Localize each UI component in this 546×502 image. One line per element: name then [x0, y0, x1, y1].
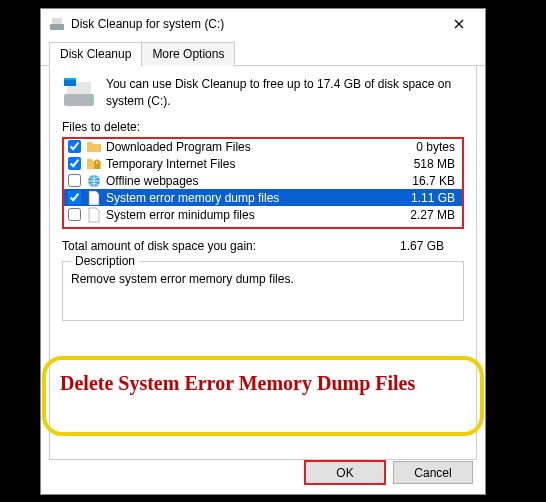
cancel-button[interactable]: Cancel	[393, 461, 473, 484]
file-checkbox[interactable]	[68, 191, 81, 204]
disk-cleanup-icon	[49, 16, 65, 32]
info-row: You can use Disk Cleanup to free up to 1…	[62, 76, 464, 110]
files-to-delete-label: Files to delete:	[62, 120, 464, 134]
file-size: 0 bytes	[416, 140, 459, 154]
file-checkbox[interactable]	[68, 174, 81, 187]
drive-icon	[62, 76, 96, 110]
tab-strip: Disk Cleanup More Options	[41, 41, 485, 66]
file-checkbox[interactable]	[68, 208, 81, 221]
svg-point-2	[61, 26, 63, 28]
file-row[interactable]: Temporary Internet Files 518 MB	[63, 155, 463, 172]
close-button[interactable]	[437, 10, 481, 38]
file-list[interactable]: Downloaded Program Files 0 bytes Tempora…	[62, 137, 464, 229]
file-size: 16.7 KB	[412, 174, 459, 188]
file-size: 518 MB	[414, 157, 459, 171]
file-name: System error minidump files	[106, 208, 410, 222]
tab-more-options[interactable]: More Options	[141, 42, 235, 66]
file-checkbox[interactable]	[68, 157, 81, 170]
file-row[interactable]: Offline webpages 16.7 KB	[63, 172, 463, 189]
tab-disk-cleanup[interactable]: Disk Cleanup	[49, 42, 142, 66]
file-size: 2.27 MB	[410, 208, 459, 222]
file-name: System error memory dump files	[106, 191, 411, 205]
description-text: Remove system error memory dump files.	[71, 272, 455, 286]
window-title: Disk Cleanup for system (C:)	[71, 17, 437, 31]
svg-rect-6	[64, 78, 76, 80]
file-row[interactable]: Downloaded Program Files 0 bytes	[63, 138, 463, 155]
annotation-callout: Delete System Error Memory Dump Files	[42, 356, 484, 436]
globe-icon	[86, 173, 102, 189]
file-checkbox[interactable]	[68, 140, 81, 153]
svg-rect-8	[94, 164, 100, 169]
total-label: Total amount of disk space you gain:	[62, 239, 400, 253]
file-name: Temporary Internet Files	[106, 157, 414, 171]
titlebar: Disk Cleanup for system (C:)	[41, 9, 485, 39]
description-legend: Description	[71, 254, 139, 268]
file-name: Offline webpages	[106, 174, 412, 188]
folder-icon	[86, 139, 102, 155]
svg-point-7	[89, 99, 92, 102]
file-size: 1.11 GB	[411, 191, 459, 205]
tab-panel-disk-cleanup: You can use Disk Cleanup to free up to 1…	[49, 66, 477, 460]
ok-button[interactable]: OK	[305, 461, 385, 484]
file-row-selected[interactable]: System error memory dump files 1.11 GB	[63, 189, 463, 206]
description-group: Description Remove system error memory d…	[62, 261, 464, 321]
total-value: 1.67 GB	[400, 239, 464, 253]
file-icon	[86, 207, 102, 223]
total-row: Total amount of disk space you gain: 1.6…	[62, 239, 464, 253]
file-icon	[86, 190, 102, 206]
svg-rect-1	[52, 18, 62, 24]
info-text: You can use Disk Cleanup to free up to 1…	[106, 76, 464, 110]
lock-folder-icon	[86, 156, 102, 172]
dialog-button-row: OK Cancel	[305, 461, 473, 484]
file-name: Downloaded Program Files	[106, 140, 416, 154]
disk-cleanup-window: Disk Cleanup for system (C:) Disk Cleanu…	[40, 8, 486, 495]
file-row[interactable]: System error minidump files 2.27 MB	[63, 206, 463, 223]
